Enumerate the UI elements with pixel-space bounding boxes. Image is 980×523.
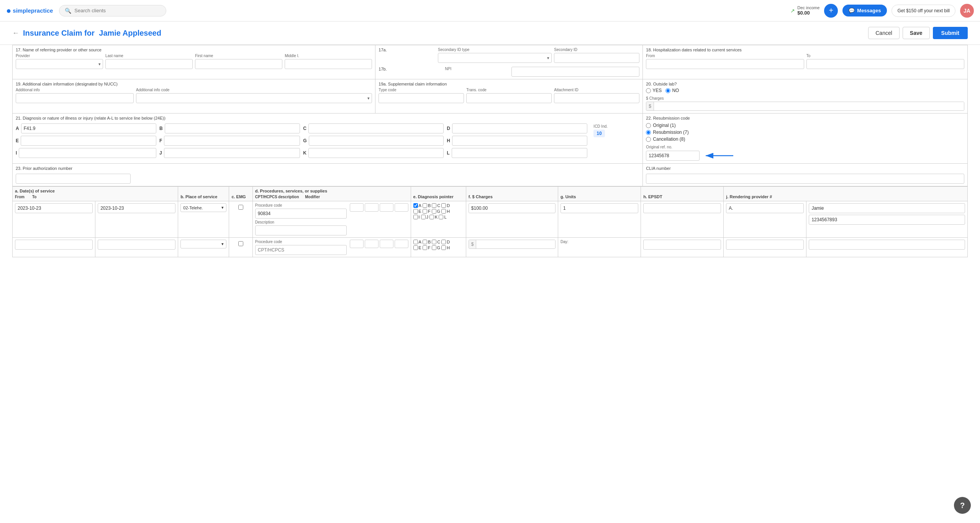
search-input[interactable] — [74, 8, 161, 13]
diag-k-input[interactable] — [308, 148, 444, 158]
row1-check-g[interactable]: G — [432, 209, 441, 214]
diag-a-input[interactable] — [21, 123, 156, 133]
row2-epsdt-input[interactable] — [643, 240, 721, 250]
row1-mod1[interactable] — [350, 203, 364, 212]
row1-provider-last-input[interactable] — [726, 203, 804, 213]
row1-check-j[interactable]: J — [421, 215, 429, 219]
clia-input[interactable] — [646, 174, 964, 184]
row2-from-input[interactable] — [15, 240, 93, 250]
search-bar[interactable]: 🔍 — [59, 5, 166, 16]
row2-emg-checkbox[interactable] — [238, 241, 243, 246]
secondary-id-input[interactable] — [554, 53, 639, 63]
diag-b-input[interactable] — [165, 123, 300, 133]
row2-proc-input[interactable] — [255, 245, 347, 255]
row1-check-i[interactable]: I — [413, 215, 420, 219]
diag-g-input[interactable] — [309, 136, 444, 146]
promo-button[interactable]: Get $150 off your next bill — [892, 5, 955, 17]
original-option[interactable]: Original (1) — [646, 123, 964, 128]
row2-mod2[interactable] — [365, 240, 379, 248]
row2-provider-first-input[interactable] — [809, 240, 965, 250]
diag-i-input[interactable] — [19, 148, 156, 158]
provider-select[interactable] — [16, 59, 103, 69]
row2-check-b[interactable]: B — [423, 240, 431, 244]
row2-check-c[interactable]: C — [432, 240, 440, 244]
npi-input[interactable] — [511, 67, 640, 77]
hosp-from-input[interactable] — [646, 59, 804, 69]
row2-check-d[interactable]: D — [441, 240, 450, 244]
diag-f-input[interactable] — [164, 136, 300, 146]
row1-from-input[interactable] — [15, 203, 93, 213]
row1-mod4[interactable] — [395, 203, 408, 212]
row2-charges-input[interactable] — [476, 240, 555, 248]
row2-to-input[interactable] — [98, 240, 175, 250]
back-button[interactable]: ← — [12, 29, 19, 37]
submit-button[interactable]: Submit — [933, 27, 968, 39]
cancellation-option[interactable]: Cancellation (8) — [646, 137, 964, 142]
outside-lab-no[interactable]: NO — [665, 88, 679, 93]
cancellation-radio[interactable] — [646, 137, 651, 142]
diag-e-input[interactable] — [21, 136, 156, 146]
resubmission-option[interactable]: Resubmission (7) — [646, 130, 964, 135]
add-info-input[interactable] — [16, 93, 134, 103]
original-radio[interactable] — [646, 123, 651, 128]
diag-l-input[interactable] — [452, 148, 588, 158]
row1-provider-first-input[interactable] — [809, 203, 965, 213]
diag-j-input[interactable] — [164, 148, 300, 158]
row1-check-c[interactable]: C — [432, 203, 440, 208]
row1-check-l[interactable]: L — [439, 215, 446, 219]
outside-lab-yes-radio[interactable] — [646, 88, 651, 93]
messages-button[interactable]: 💬 Messages — [842, 5, 887, 16]
row1-check-e[interactable]: E — [413, 209, 421, 214]
row2-check-e[interactable]: E — [413, 245, 421, 250]
middle-input[interactable] — [285, 59, 372, 69]
row2-provider-last-input[interactable] — [726, 240, 804, 250]
add-button[interactable]: + — [824, 4, 838, 18]
row2-mod1[interactable] — [350, 240, 364, 248]
row1-epsdt-input[interactable] — [643, 203, 721, 213]
row2-place-dropdown[interactable]: ▾ — [180, 240, 226, 248]
row1-check-f[interactable]: F — [423, 209, 431, 214]
row2-check-h[interactable]: H — [441, 245, 450, 250]
diag-d-input[interactable] — [452, 123, 587, 133]
row1-check-d[interactable]: D — [441, 203, 450, 208]
secondary-id-type-wrap[interactable] — [438, 53, 552, 63]
row1-to-input[interactable] — [98, 203, 175, 213]
resubmission-radio[interactable] — [646, 130, 651, 135]
row2-check-a[interactable]: A — [413, 240, 421, 244]
first-name-input[interactable] — [195, 59, 282, 69]
avatar[interactable]: JA — [960, 4, 974, 18]
row1-check-a[interactable]: A — [413, 203, 421, 208]
hosp-to-input[interactable] — [806, 59, 964, 69]
add-info-code-wrap[interactable] — [136, 93, 372, 103]
row2-check-g[interactable]: G — [432, 245, 441, 250]
row1-proc-input[interactable] — [255, 209, 347, 219]
diag-c-input[interactable] — [308, 123, 444, 133]
attachment-id-input[interactable] — [554, 93, 639, 103]
save-button[interactable]: Save — [903, 27, 930, 39]
row1-check-h[interactable]: H — [441, 209, 450, 214]
row1-charges-input[interactable] — [469, 203, 556, 213]
row2-mod3[interactable] — [380, 240, 393, 248]
provider-select-wrap[interactable] — [16, 59, 103, 69]
row1-mod2[interactable] — [365, 203, 379, 212]
type-code-input[interactable] — [379, 93, 464, 103]
row2-mod4[interactable] — [395, 240, 408, 248]
row1-emg-checkbox[interactable] — [238, 205, 243, 210]
row1-provider-npi-input[interactable] — [809, 215, 965, 225]
row1-units-input[interactable] — [560, 203, 638, 213]
row1-desc-input[interactable] — [255, 225, 347, 235]
trans-code-input[interactable] — [466, 93, 552, 103]
charges-input[interactable] — [654, 102, 964, 110]
diag-h-input[interactable] — [452, 136, 587, 146]
outside-lab-yes[interactable]: YES — [646, 88, 662, 93]
last-name-input[interactable] — [105, 59, 193, 69]
row1-check-b[interactable]: B — [423, 203, 431, 208]
add-info-code-select[interactable] — [136, 93, 372, 103]
outside-lab-no-radio[interactable] — [665, 88, 670, 93]
row1-mod3[interactable] — [380, 203, 393, 212]
row1-place-dropdown[interactable]: 02-Telehe. ▾ — [180, 203, 226, 212]
cancel-button[interactable]: Cancel — [868, 27, 900, 39]
prior-auth-input[interactable] — [16, 174, 131, 184]
original-ref-input[interactable] — [646, 151, 700, 161]
row2-check-f[interactable]: F — [423, 245, 431, 250]
